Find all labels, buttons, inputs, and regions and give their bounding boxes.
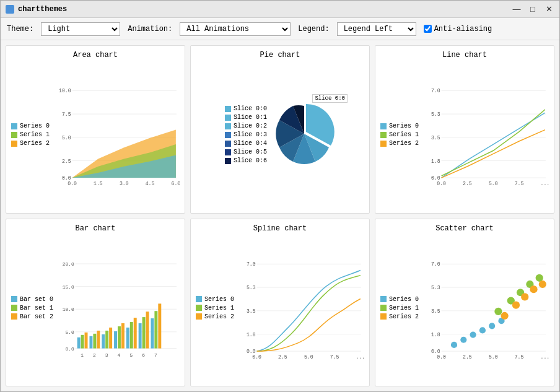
pie-legend-label5: Slice 0:5 <box>234 149 267 155</box>
svg-point-96 <box>451 341 457 347</box>
svg-rect-62 <box>154 311 157 348</box>
svg-text:0.0: 0.0 <box>431 175 440 181</box>
svg-text:0.0: 0.0 <box>252 354 261 360</box>
svg-rect-59 <box>142 317 146 348</box>
svg-rect-61 <box>151 318 154 349</box>
bar-legend-label0: Bar set 0 <box>20 296 53 303</box>
svg-rect-60 <box>146 311 149 348</box>
svg-text:1.8: 1.8 <box>431 159 440 164</box>
svg-text:0.0: 0.0 <box>65 346 74 351</box>
svg-point-100 <box>489 323 495 329</box>
spline-legend-color1 <box>196 305 202 311</box>
pie-legend-slice5: Slice 0:5 <box>225 149 267 155</box>
antialiasing-area: Anti-aliasing <box>424 25 492 33</box>
scatter-chart-legend: Series 0 Series 1 Series 2 <box>380 235 419 381</box>
pie-legend-color3 <box>225 132 231 138</box>
animation-select[interactable]: All Animations No Animations Grid Axis A… <box>180 22 291 36</box>
svg-rect-50 <box>105 330 108 348</box>
pie-legend-slice3: Slice 0:3 <box>225 131 267 138</box>
area-legend-color1 <box>11 132 17 138</box>
svg-text:0.0: 0.0 <box>68 181 77 186</box>
pie-tooltip: Slice 0:0 <box>312 94 348 103</box>
antialiasing-label: Anti-aliasing <box>434 25 492 33</box>
svg-rect-53 <box>118 326 121 348</box>
bar-legend-color2 <box>11 313 17 320</box>
spline-chart-svg: 7.0 5.3 3.5 1.8 0.0 0.0 2.5 5.0 7.5 ... <box>238 235 364 381</box>
maximize-button[interactable]: □ <box>527 4 538 15</box>
charts-grid: Area chart Series 0 Series 1 Series 2 <box>1 40 559 391</box>
svg-rect-56 <box>130 322 133 349</box>
theme-select[interactable]: Light Dark Blue Cerulean Brown Sand <box>41 22 120 36</box>
scatter-legend-series1: Series 1 <box>380 305 419 311</box>
svg-text:3.5: 3.5 <box>247 308 256 313</box>
bar-chart-card: Bar chart Bar set 0 Bar set 1 Bar set 2 <box>6 219 185 387</box>
pie-svg-container: Slice 0:0 <box>273 103 335 167</box>
svg-rect-48 <box>97 330 100 348</box>
legend-select[interactable]: Legend Left Legend Right Legend Top Lege… <box>337 22 416 36</box>
svg-point-107 <box>501 311 508 319</box>
main-window: chartthemes — □ ✕ Theme: Light Dark Blue… <box>0 0 560 392</box>
svg-text:...: ... <box>541 354 549 360</box>
app-icon <box>6 5 14 14</box>
svg-text:3.5: 3.5 <box>431 135 440 141</box>
legend-label: Legend: <box>298 25 329 33</box>
spline-legend-color0 <box>196 296 202 302</box>
line-legend-label1: Series 1 <box>389 131 419 138</box>
window-title: chartthemes <box>18 5 67 14</box>
svg-text:4.5: 4.5 <box>146 181 155 186</box>
svg-text:5.3: 5.3 <box>431 111 440 117</box>
scatter-chart-area: Series 0 Series 1 Series 2 <box>380 235 549 381</box>
svg-rect-44 <box>81 334 84 348</box>
svg-rect-55 <box>126 327 129 348</box>
minimize-button[interactable]: — <box>511 4 522 15</box>
close-button[interactable]: ✕ <box>543 4 554 15</box>
area-legend-series2: Series 2 <box>11 140 50 147</box>
line-chart-svg: 7.0 5.3 3.5 1.8 0.0 0.0 2.5 5.0 7.5 ... <box>422 62 549 208</box>
svg-point-108 <box>512 301 520 308</box>
svg-text:7.0: 7.0 <box>247 261 256 267</box>
scatter-legend-label1: Series 1 <box>389 305 419 311</box>
svg-text:20.0: 20.0 <box>63 261 74 266</box>
svg-rect-43 <box>77 337 81 348</box>
antialiasing-checkbox[interactable] <box>424 25 432 33</box>
bar-chart-svg: 20.0 15.0 10.0 5.0 0.0 <box>57 235 180 381</box>
pie-legend-slice6: Slice 0:6 <box>225 157 267 164</box>
spline-legend-series2: Series 2 <box>196 313 234 320</box>
pie-legend-color6 <box>225 158 231 164</box>
svg-text:7: 7 <box>154 352 157 358</box>
line-legend-color0 <box>380 123 387 129</box>
svg-text:7.5: 7.5 <box>515 181 524 186</box>
svg-point-110 <box>530 285 537 293</box>
spline-legend-color2 <box>196 313 202 320</box>
spline-legend-label0: Series 0 <box>204 296 234 303</box>
pie-legend-color0 <box>225 106 231 112</box>
bar-legend-set2: Bar set 2 <box>11 313 53 320</box>
scatter-legend-color2 <box>380 313 387 320</box>
line-chart-area: Series 0 Series 1 Series 2 <box>380 62 549 208</box>
svg-rect-47 <box>93 333 96 348</box>
scatter-legend-series0: Series 0 <box>380 296 419 303</box>
spline-chart-card: Spline chart Series 0 Series 1 Series 2 <box>190 219 370 387</box>
svg-rect-52 <box>114 331 117 348</box>
area-chart-legend: Series 0 Series 1 Series 2 <box>11 62 50 208</box>
line-legend-label0: Series 0 <box>389 123 419 129</box>
area-legend-label2: Series 2 <box>20 140 50 147</box>
theme-label: Theme: <box>7 25 33 33</box>
line-legend-label2: Series 2 <box>389 140 419 147</box>
bar-legend-set0: Bar set 0 <box>11 296 53 303</box>
svg-text:2.5: 2.5 <box>62 159 71 164</box>
svg-text:3: 3 <box>105 352 108 358</box>
pie-legend-label4: Slice 0:4 <box>234 140 267 147</box>
svg-text:2.5: 2.5 <box>278 354 287 360</box>
area-chart-title: Area chart <box>73 51 118 59</box>
line-legend-series2: Series 2 <box>380 140 419 147</box>
area-chart-svg: 10.0 7.5 5.0 2.5 0.0 0.0 1.5 3.0 4.5 <box>53 62 180 208</box>
bar-chart-title: Bar chart <box>76 224 116 233</box>
svg-text:7.5: 7.5 <box>330 354 339 360</box>
area-legend-label0: Series 0 <box>20 123 50 129</box>
svg-point-111 <box>539 280 546 287</box>
svg-text:0.0: 0.0 <box>431 349 440 354</box>
svg-text:0.0: 0.0 <box>62 175 71 181</box>
svg-rect-49 <box>102 334 105 348</box>
area-chart-card: Area chart Series 0 Series 1 Series 2 <box>6 45 185 214</box>
